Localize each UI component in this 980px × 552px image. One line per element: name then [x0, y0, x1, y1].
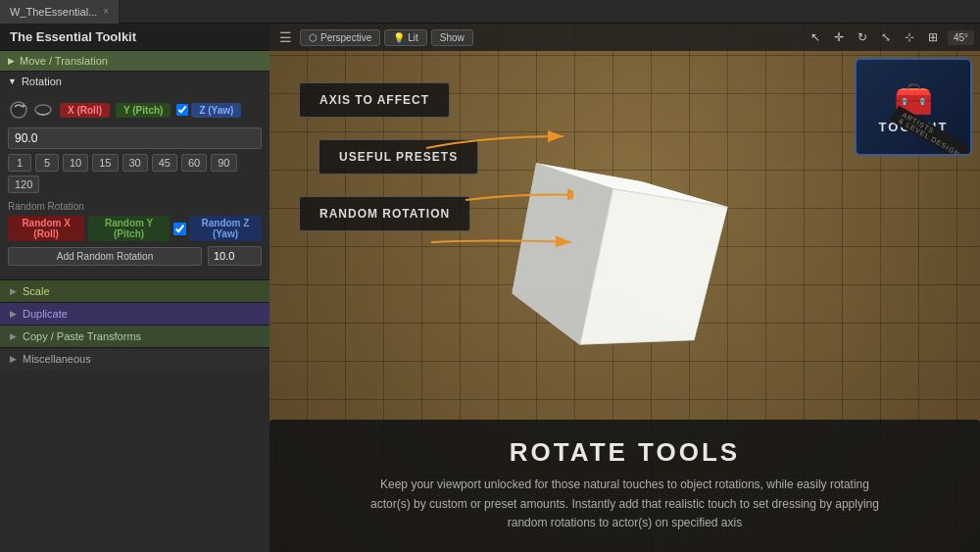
bottom-overlay: ROTATE TOOLS Keep your viewport unlocked…	[270, 420, 980, 552]
scale-arrow-icon: ▶	[10, 286, 17, 296]
show-label: Show	[440, 32, 465, 43]
copy-section[interactable]: ▶ Copy / Paste Transforms	[0, 325, 270, 347]
transform-icon[interactable]: ⊹	[901, 28, 918, 46]
callout-useful-presets: USEFUL PRESETS	[318, 139, 478, 175]
overlay-title: ROTATE TOOLS	[299, 437, 951, 468]
cube-container	[547, 183, 704, 340]
misc-label: Miscellaneous	[23, 353, 91, 365]
toolkit-badge: 🧰 TOOLKIT ARTISTS& LEVEL DESIGN	[855, 58, 972, 156]
move-arrow-icon: ▶	[8, 56, 15, 66]
lit-button[interactable]: 💡 Lit	[384, 29, 427, 46]
duplicate-section[interactable]: ▶ Duplicate	[0, 302, 270, 325]
rotation-label: Rotation	[22, 75, 62, 87]
random-axis-z-button[interactable]: Random Z (Yaw)	[189, 216, 262, 241]
viewport-menu-icon[interactable]: ☰	[275, 29, 296, 45]
viewport: ☰ ⬡ Perspective 💡 Lit Show ↖ ✛ ↻ ⤡ ⊹ ⊞ 4…	[270, 24, 980, 552]
translate-icon[interactable]: ✛	[830, 28, 848, 46]
axis-z-checkbox[interactable]	[176, 104, 188, 116]
perspective-icon: ⬡	[309, 32, 318, 43]
random-rotation-label: Random Rotation	[8, 201, 262, 212]
3d-cube	[542, 174, 681, 316]
preset-btn-30[interactable]: 30	[122, 154, 148, 172]
overlay-description: Keep your viewport unlocked for those na…	[370, 476, 880, 532]
cube-wrapper	[547, 183, 704, 340]
axis-z-button[interactable]: Z (Yaw)	[191, 103, 241, 118]
random-axis-z-checkbox[interactable]	[173, 223, 186, 235]
axis-y-button[interactable]: Y (Pitch)	[116, 103, 171, 118]
preset-btn-15[interactable]: 15	[92, 154, 118, 172]
copy-arrow-icon: ▶	[10, 331, 17, 341]
scale-label: Scale	[23, 285, 50, 297]
tab-close-button[interactable]: ×	[103, 6, 109, 17]
scale-icon[interactable]: ⤡	[877, 28, 895, 46]
duplicate-header[interactable]: ▶ Duplicate	[0, 303, 270, 325]
rotate-icon-2	[32, 99, 54, 121]
editor-tab[interactable]: W_TheEssential... ×	[0, 0, 120, 24]
add-random-row: Add Random Rotation	[8, 246, 262, 266]
random-axis-row: Random X (Roll) Random Y (Pitch) Random …	[8, 216, 262, 241]
random-axis-y-button[interactable]: Random Y (Pitch)	[88, 216, 170, 241]
add-random-rotation-button[interactable]: Add Random Rotation	[8, 247, 202, 266]
axis-z-label[interactable]: Z (Yaw)	[176, 103, 241, 118]
misc-header[interactable]: ▶ Miscellaneous	[0, 348, 270, 370]
copy-header[interactable]: ▶ Copy / Paste Transforms	[0, 326, 270, 347]
sidebar: The Essential Toolkit ▶ Move / Translati…	[0, 24, 270, 552]
preset-btn-10[interactable]: 10	[63, 154, 88, 172]
show-button[interactable]: Show	[431, 29, 473, 46]
misc-section[interactable]: ▶ Miscellaneous	[0, 347, 270, 370]
rotation-section-header[interactable]: ▼ Rotation	[0, 71, 270, 91]
sidebar-title: The Essential Toolkit	[0, 24, 270, 51]
axis-y-label[interactable]: Y (Pitch)	[116, 103, 171, 118]
random-axis-z-label[interactable]: Random Z (Yaw)	[173, 216, 262, 241]
axis-x-label[interactable]: X (Roll)	[60, 103, 110, 118]
scale-header[interactable]: ▶ Scale	[0, 280, 270, 302]
perspective-button[interactable]: ⬡ Perspective	[300, 29, 380, 46]
cursor-icon[interactable]: ↖	[807, 28, 824, 46]
callout-presets-label: USEFUL PRESETS	[339, 150, 458, 164]
callout-random-label: RANDOM ROTATION	[319, 207, 450, 221]
axis-x-button[interactable]: X (Roll)	[60, 103, 110, 118]
preset-btn-60[interactable]: 60	[181, 154, 207, 172]
rotation-arrow-icon: ▼	[8, 76, 17, 86]
preset-buttons-row: 1 5 10 15 30 45 60 90 120	[8, 154, 262, 193]
top-bar: W_TheEssential... ×	[0, 0, 980, 24]
rotate-icon-1	[8, 99, 29, 121]
preset-btn-120[interactable]: 120	[8, 176, 39, 193]
grid-icon[interactable]: ⊞	[924, 28, 942, 46]
duplicate-arrow-icon: ▶	[10, 309, 17, 319]
callout-axis-to-affect: AXIS TO AFFECT	[299, 82, 450, 118]
preset-btn-5[interactable]: 5	[35, 154, 59, 172]
rotation-value-input[interactable]	[8, 127, 262, 149]
scale-section[interactable]: ▶ Scale	[0, 279, 270, 302]
callout-axis-label: AXIS TO AFFECT	[319, 93, 429, 107]
rotation-content: X (Roll) Y (Pitch) Z (Yaw) 1 5 10 15 30 …	[0, 91, 270, 279]
move-label: Move / Translation	[20, 55, 108, 67]
viewport-toolbar-right: ↖ ✛ ↻ ⤡ ⊹ ⊞ 45°	[807, 28, 974, 46]
preset-btn-1[interactable]: 1	[8, 154, 31, 172]
perspective-label: Perspective	[320, 32, 371, 43]
callout-random-rotation: RANDOM ROTATION	[299, 196, 470, 231]
preset-btn-90[interactable]: 90	[211, 154, 236, 172]
duplicate-label: Duplicate	[23, 308, 68, 320]
misc-arrow-icon: ▶	[10, 354, 17, 364]
copy-label: Copy / Paste Transforms	[23, 330, 141, 342]
random-axis-x-button[interactable]: Random X (Roll)	[8, 216, 84, 241]
move-translation-section[interactable]: ▶ Move / Translation	[0, 51, 270, 71]
random-value-input[interactable]	[208, 246, 262, 266]
viewport-toolbar: ☰ ⬡ Perspective 💡 Lit Show ↖ ✛ ↻ ⤡ ⊹ ⊞ 4…	[270, 24, 980, 51]
viewport-angle: 45°	[948, 30, 974, 45]
rotate-icon[interactable]: ↻	[854, 28, 871, 46]
tab-label: W_TheEssential...	[10, 6, 97, 18]
lit-label: Lit	[408, 32, 418, 43]
lit-icon: 💡	[393, 32, 405, 43]
preset-btn-45[interactable]: 45	[152, 154, 177, 172]
